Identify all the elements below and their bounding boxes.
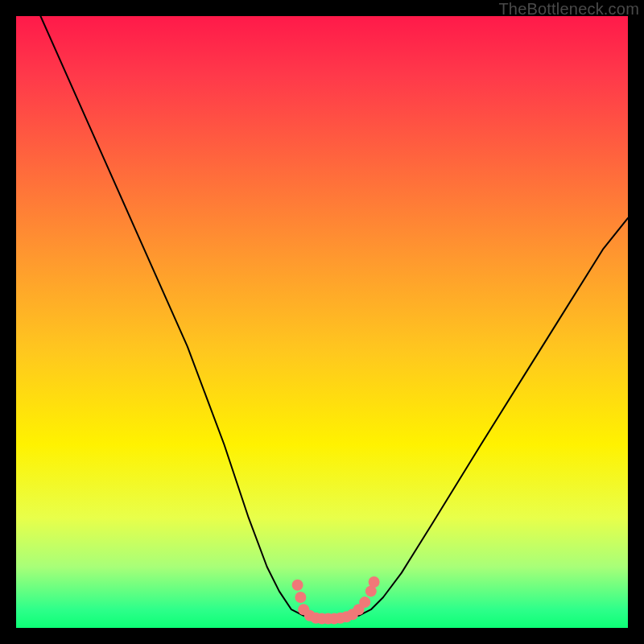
highlight-dot [359,597,370,608]
chart-svg [16,16,628,628]
chart-frame: TheBottleneck.com [0,0,644,644]
highlight-dot [295,592,306,603]
plot-area [16,16,628,628]
bottleneck-curve [40,16,628,619]
highlight-dot [369,576,380,588]
highlight-dots [292,576,380,625]
highlight-dot [292,580,303,591]
watermark-text: TheBottleneck.com [498,0,639,19]
